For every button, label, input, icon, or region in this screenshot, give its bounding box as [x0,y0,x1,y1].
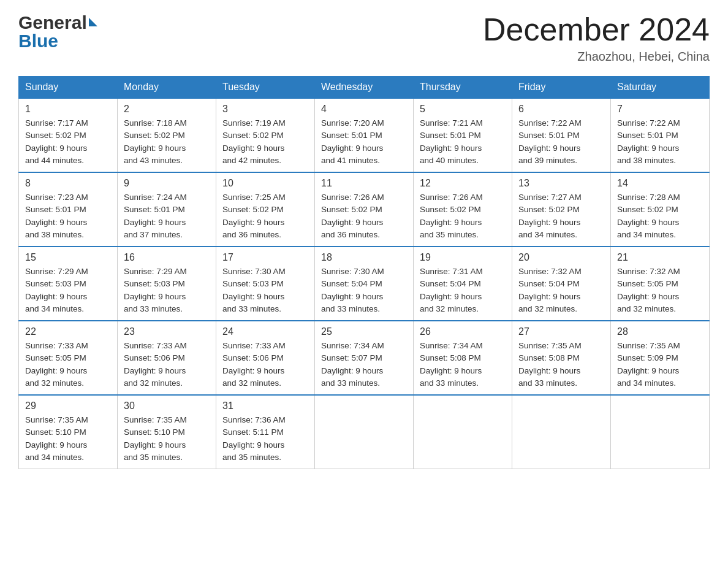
page-header: General Blue December 2024 Zhaozhou, Heb… [18,12,710,64]
calendar-cell: 26Sunrise: 7:34 AMSunset: 5:08 PMDayligh… [414,321,512,395]
day-info: Sunrise: 7:30 AMSunset: 5:04 PMDaylight:… [321,266,407,315]
calendar-week-row: 29Sunrise: 7:35 AMSunset: 5:10 PMDayligh… [19,395,710,469]
day-number: 22 [25,326,111,337]
day-number: 10 [222,178,308,189]
day-info: Sunrise: 7:21 AMSunset: 5:01 PMDaylight:… [420,117,506,167]
day-info: Sunrise: 7:19 AMSunset: 5:02 PMDaylight:… [222,117,308,167]
calendar-week-row: 1Sunrise: 7:17 AMSunset: 5:02 PMDaylight… [19,98,710,172]
calendar-cell: 8Sunrise: 7:23 AMSunset: 5:01 PMDaylight… [19,172,118,247]
day-number: 28 [617,326,703,337]
day-number: 26 [420,326,506,337]
day-info: Sunrise: 7:22 AMSunset: 5:01 PMDaylight:… [518,117,604,167]
day-number: 18 [321,252,407,263]
calendar-cell: 30Sunrise: 7:35 AMSunset: 5:10 PMDayligh… [118,395,216,469]
calendar-cell: 21Sunrise: 7:32 AMSunset: 5:05 PMDayligh… [611,247,710,321]
logo-general-text: General [18,12,87,33]
calendar-cell: 23Sunrise: 7:33 AMSunset: 5:06 PMDayligh… [118,321,216,395]
day-info: Sunrise: 7:35 AMSunset: 5:08 PMDaylight:… [518,340,604,389]
title-block: December 2024 Zhaozhou, Hebei, China [483,12,710,64]
calendar-cell: 5Sunrise: 7:21 AMSunset: 5:01 PMDaylight… [414,98,512,172]
day-number: 15 [25,252,111,263]
calendar-cell [611,395,710,469]
day-info: Sunrise: 7:36 AMSunset: 5:11 PMDaylight:… [222,414,308,464]
day-number: 6 [518,104,604,115]
day-info: Sunrise: 7:24 AMSunset: 5:01 PMDaylight:… [124,191,210,241]
calendar-cell: 13Sunrise: 7:27 AMSunset: 5:02 PMDayligh… [512,172,611,247]
calendar-cell: 6Sunrise: 7:22 AMSunset: 5:01 PMDaylight… [512,98,611,172]
calendar-cell: 27Sunrise: 7:35 AMSunset: 5:08 PMDayligh… [512,321,611,395]
day-number: 25 [321,326,407,337]
day-number: 16 [124,252,210,263]
day-number: 8 [25,178,111,189]
calendar-cell: 25Sunrise: 7:34 AMSunset: 5:07 PMDayligh… [315,321,414,395]
calendar-cell: 14Sunrise: 7:28 AMSunset: 5:02 PMDayligh… [611,172,710,247]
calendar-cell: 16Sunrise: 7:29 AMSunset: 5:03 PMDayligh… [118,247,216,321]
day-info: Sunrise: 7:35 AMSunset: 5:09 PMDaylight:… [617,340,703,389]
day-number: 17 [222,252,308,263]
day-number: 21 [617,252,703,263]
calendar-cell: 31Sunrise: 7:36 AMSunset: 5:11 PMDayligh… [216,395,315,469]
calendar-cell: 7Sunrise: 7:22 AMSunset: 5:01 PMDaylight… [611,98,710,172]
day-info: Sunrise: 7:35 AMSunset: 5:10 PMDaylight:… [124,414,210,464]
calendar-header-friday: Friday [512,77,611,99]
calendar-cell: 4Sunrise: 7:20 AMSunset: 5:01 PMDaylight… [315,98,414,172]
day-info: Sunrise: 7:29 AMSunset: 5:03 PMDaylight:… [124,266,210,315]
day-number: 23 [124,326,210,337]
logo: General Blue [18,12,97,52]
day-number: 3 [222,104,308,115]
calendar-cell: 12Sunrise: 7:26 AMSunset: 5:02 PMDayligh… [414,172,512,247]
day-info: Sunrise: 7:34 AMSunset: 5:08 PMDaylight:… [420,340,506,389]
day-number: 27 [518,326,604,337]
day-info: Sunrise: 7:20 AMSunset: 5:01 PMDaylight:… [321,117,407,167]
day-info: Sunrise: 7:22 AMSunset: 5:01 PMDaylight:… [617,117,703,167]
calendar-cell: 22Sunrise: 7:33 AMSunset: 5:05 PMDayligh… [19,321,118,395]
day-number: 11 [321,178,407,189]
calendar-cell: 10Sunrise: 7:25 AMSunset: 5:02 PMDayligh… [216,172,315,247]
calendar-cell [512,395,611,469]
calendar-header-thursday: Thursday [414,77,512,99]
day-info: Sunrise: 7:32 AMSunset: 5:04 PMDaylight:… [518,266,604,315]
calendar-cell: 29Sunrise: 7:35 AMSunset: 5:10 PMDayligh… [19,395,118,469]
calendar-cell: 18Sunrise: 7:30 AMSunset: 5:04 PMDayligh… [315,247,414,321]
calendar-header-monday: Monday [118,77,216,99]
day-number: 13 [518,178,604,189]
calendar-header-sunday: Sunday [19,77,118,99]
day-info: Sunrise: 7:34 AMSunset: 5:07 PMDaylight:… [321,340,407,389]
calendar-week-row: 15Sunrise: 7:29 AMSunset: 5:03 PMDayligh… [19,247,710,321]
calendar-cell: 3Sunrise: 7:19 AMSunset: 5:02 PMDaylight… [216,98,315,172]
day-info: Sunrise: 7:30 AMSunset: 5:03 PMDaylight:… [222,266,308,315]
day-info: Sunrise: 7:28 AMSunset: 5:02 PMDaylight:… [617,191,703,241]
logo-arrow-icon [89,18,97,26]
day-number: 24 [222,326,308,337]
calendar-cell: 11Sunrise: 7:26 AMSunset: 5:02 PMDayligh… [315,172,414,247]
calendar-header-row: SundayMondayTuesdayWednesdayThursdayFrid… [19,77,710,99]
day-number: 4 [321,104,407,115]
day-info: Sunrise: 7:26 AMSunset: 5:02 PMDaylight:… [321,191,407,241]
day-info: Sunrise: 7:33 AMSunset: 5:06 PMDaylight:… [124,340,210,389]
calendar-cell [315,395,414,469]
calendar-header-wednesday: Wednesday [315,77,414,99]
calendar-cell: 19Sunrise: 7:31 AMSunset: 5:04 PMDayligh… [414,247,512,321]
calendar-cell: 2Sunrise: 7:18 AMSunset: 5:02 PMDaylight… [118,98,216,172]
calendar-cell: 24Sunrise: 7:33 AMSunset: 5:06 PMDayligh… [216,321,315,395]
day-number: 2 [124,104,210,115]
day-info: Sunrise: 7:23 AMSunset: 5:01 PMDaylight:… [25,191,111,241]
day-number: 7 [617,104,703,115]
calendar-table: SundayMondayTuesdayWednesdayThursdayFrid… [18,76,710,469]
day-info: Sunrise: 7:17 AMSunset: 5:02 PMDaylight:… [25,117,111,167]
calendar-cell: 1Sunrise: 7:17 AMSunset: 5:02 PMDaylight… [19,98,118,172]
day-number: 20 [518,252,604,263]
day-number: 31 [222,400,308,412]
calendar-cell: 20Sunrise: 7:32 AMSunset: 5:04 PMDayligh… [512,247,611,321]
day-info: Sunrise: 7:27 AMSunset: 5:02 PMDaylight:… [518,191,604,241]
day-info: Sunrise: 7:32 AMSunset: 5:05 PMDaylight:… [617,266,703,315]
day-number: 1 [25,104,111,115]
logo-blue-text: Blue [18,31,97,52]
day-info: Sunrise: 7:31 AMSunset: 5:04 PMDaylight:… [420,266,506,315]
day-number: 14 [617,178,703,189]
day-info: Sunrise: 7:25 AMSunset: 5:02 PMDaylight:… [222,191,308,241]
location-label: Zhaozhou, Hebei, China [483,50,710,64]
calendar-week-row: 8Sunrise: 7:23 AMSunset: 5:01 PMDaylight… [19,172,710,247]
day-number: 19 [420,252,506,263]
day-number: 30 [124,400,210,412]
